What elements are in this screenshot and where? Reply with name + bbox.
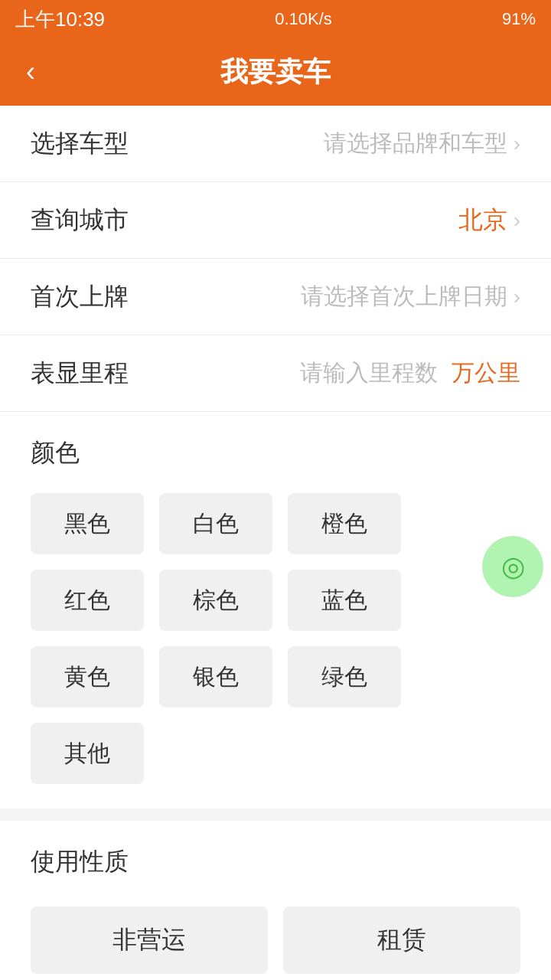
car-type-chevron-icon: › [514, 132, 520, 156]
color-grid: 黑色 白色 橙色 红色 棕色 蓝色 黄色 银色 绿色 其他 [0, 485, 551, 808]
status-bar: 上午10:39 0.10K/s 91% [0, 0, 551, 38]
page-title: 我要卖车 [220, 54, 331, 91]
status-time: 上午10:39 [15, 6, 105, 33]
color-btn-orange[interactable]: 橙色 [288, 493, 401, 554]
header: ‹ 我要卖车 [0, 38, 551, 106]
first-reg-row[interactable]: 首次上牌 请选择首次上牌日期 › [0, 259, 551, 335]
color-btn-red[interactable]: 红色 [31, 570, 144, 631]
first-reg-label: 首次上牌 [31, 280, 129, 314]
city-value-wrap: 北京 › [458, 204, 520, 237]
color-btn-yellow[interactable]: 黄色 [31, 646, 144, 707]
color-btn-black[interactable]: 黑色 [31, 493, 144, 554]
float-icon: ◎ [501, 550, 525, 583]
color-btn-white[interactable]: 白色 [159, 493, 272, 554]
status-network: 0.10K/s [275, 9, 332, 29]
mileage-value-wrap: 请输入里程数 万公里 [300, 358, 520, 389]
content: 选择车型 请选择品牌和车型 › 查询城市 北京 › 首次上牌 请选择首次上牌日期… [0, 106, 551, 980]
car-type-label: 选择车型 [31, 127, 129, 161]
usage-buttons: 非营运 租赁 [0, 894, 551, 980]
mileage-row[interactable]: 表显里程 请输入里程数 万公里 [0, 335, 551, 412]
color-btn-other[interactable]: 其他 [31, 723, 144, 784]
color-section-title: 颜色 [0, 412, 551, 485]
car-type-value-wrap: 请选择品牌和车型 › [324, 128, 520, 159]
divider-1 [0, 808, 551, 821]
color-btn-blue[interactable]: 蓝色 [288, 570, 401, 631]
first-reg-chevron-icon: › [514, 285, 520, 309]
float-action-button[interactable]: ◎ [482, 536, 543, 597]
mileage-placeholder: 请输入里程数 [300, 358, 438, 389]
city-value: 北京 [458, 204, 507, 237]
back-button[interactable]: ‹ [18, 48, 43, 96]
city-chevron-icon: › [514, 208, 520, 233]
first-reg-placeholder: 请选择首次上牌日期 [301, 281, 507, 312]
city-label: 查询城市 [31, 204, 129, 237]
mileage-unit: 万公里 [452, 358, 520, 389]
status-battery: 91% [502, 9, 536, 29]
usage-section-title: 使用性质 [0, 821, 551, 894]
color-btn-silver[interactable]: 银色 [159, 646, 272, 707]
color-btn-green[interactable]: 绿色 [288, 646, 401, 707]
car-type-row[interactable]: 选择车型 请选择品牌和车型 › [0, 106, 551, 182]
first-reg-value-wrap: 请选择首次上牌日期 › [301, 281, 520, 312]
car-type-placeholder: 请选择品牌和车型 [324, 128, 507, 159]
usage-btn-non-commercial[interactable]: 非营运 [31, 906, 268, 974]
mileage-label: 表显里程 [31, 357, 129, 390]
usage-btn-rental[interactable]: 租赁 [283, 906, 520, 974]
color-btn-brown[interactable]: 棕色 [159, 570, 272, 631]
usage-section: 使用性质 非营运 租赁 [0, 821, 551, 980]
city-row[interactable]: 查询城市 北京 › [0, 182, 551, 259]
